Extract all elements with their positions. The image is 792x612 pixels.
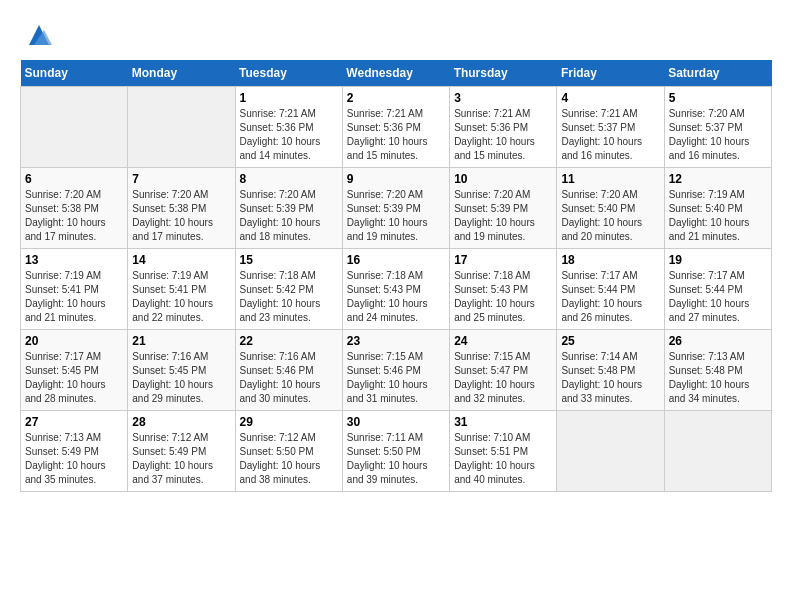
day-number: 30: [347, 415, 445, 429]
day-info: Sunrise: 7:12 AM Sunset: 5:49 PM Dayligh…: [132, 431, 230, 487]
day-number: 31: [454, 415, 552, 429]
calendar-cell: 15Sunrise: 7:18 AM Sunset: 5:42 PM Dayli…: [235, 249, 342, 330]
calendar-week-row: 27Sunrise: 7:13 AM Sunset: 5:49 PM Dayli…: [21, 411, 772, 492]
day-number: 21: [132, 334, 230, 348]
day-number: 11: [561, 172, 659, 186]
day-number: 1: [240, 91, 338, 105]
day-info: Sunrise: 7:15 AM Sunset: 5:46 PM Dayligh…: [347, 350, 445, 406]
calendar-cell: 26Sunrise: 7:13 AM Sunset: 5:48 PM Dayli…: [664, 330, 771, 411]
page-header: [20, 20, 772, 50]
day-number: 28: [132, 415, 230, 429]
calendar-cell: [128, 87, 235, 168]
day-number: 2: [347, 91, 445, 105]
calendar-cell: 29Sunrise: 7:12 AM Sunset: 5:50 PM Dayli…: [235, 411, 342, 492]
day-number: 19: [669, 253, 767, 267]
calendar-cell: 21Sunrise: 7:16 AM Sunset: 5:45 PM Dayli…: [128, 330, 235, 411]
day-info: Sunrise: 7:18 AM Sunset: 5:43 PM Dayligh…: [347, 269, 445, 325]
day-info: Sunrise: 7:20 AM Sunset: 5:38 PM Dayligh…: [25, 188, 123, 244]
calendar-header-saturday: Saturday: [664, 60, 771, 87]
calendar-cell: 23Sunrise: 7:15 AM Sunset: 5:46 PM Dayli…: [342, 330, 449, 411]
day-number: 29: [240, 415, 338, 429]
day-number: 26: [669, 334, 767, 348]
calendar-cell: 4Sunrise: 7:21 AM Sunset: 5:37 PM Daylig…: [557, 87, 664, 168]
calendar-cell: 2Sunrise: 7:21 AM Sunset: 5:36 PM Daylig…: [342, 87, 449, 168]
day-number: 4: [561, 91, 659, 105]
calendar-cell: 5Sunrise: 7:20 AM Sunset: 5:37 PM Daylig…: [664, 87, 771, 168]
calendar-cell: 24Sunrise: 7:15 AM Sunset: 5:47 PM Dayli…: [450, 330, 557, 411]
logo: [20, 20, 54, 50]
day-number: 16: [347, 253, 445, 267]
calendar-cell: 27Sunrise: 7:13 AM Sunset: 5:49 PM Dayli…: [21, 411, 128, 492]
day-number: 5: [669, 91, 767, 105]
calendar-cell: 31Sunrise: 7:10 AM Sunset: 5:51 PM Dayli…: [450, 411, 557, 492]
day-number: 3: [454, 91, 552, 105]
day-info: Sunrise: 7:17 AM Sunset: 5:44 PM Dayligh…: [669, 269, 767, 325]
calendar-cell: 17Sunrise: 7:18 AM Sunset: 5:43 PM Dayli…: [450, 249, 557, 330]
day-info: Sunrise: 7:19 AM Sunset: 5:41 PM Dayligh…: [25, 269, 123, 325]
calendar-cell: 14Sunrise: 7:19 AM Sunset: 5:41 PM Dayli…: [128, 249, 235, 330]
day-number: 9: [347, 172, 445, 186]
day-number: 12: [669, 172, 767, 186]
calendar-cell: 16Sunrise: 7:18 AM Sunset: 5:43 PM Dayli…: [342, 249, 449, 330]
calendar-cell: [557, 411, 664, 492]
day-info: Sunrise: 7:20 AM Sunset: 5:39 PM Dayligh…: [454, 188, 552, 244]
day-number: 7: [132, 172, 230, 186]
day-info: Sunrise: 7:20 AM Sunset: 5:40 PM Dayligh…: [561, 188, 659, 244]
day-info: Sunrise: 7:17 AM Sunset: 5:45 PM Dayligh…: [25, 350, 123, 406]
day-info: Sunrise: 7:17 AM Sunset: 5:44 PM Dayligh…: [561, 269, 659, 325]
calendar-cell: [664, 411, 771, 492]
calendar-week-row: 6Sunrise: 7:20 AM Sunset: 5:38 PM Daylig…: [21, 168, 772, 249]
day-info: Sunrise: 7:13 AM Sunset: 5:48 PM Dayligh…: [669, 350, 767, 406]
day-info: Sunrise: 7:18 AM Sunset: 5:42 PM Dayligh…: [240, 269, 338, 325]
calendar-week-row: 20Sunrise: 7:17 AM Sunset: 5:45 PM Dayli…: [21, 330, 772, 411]
calendar-cell: 18Sunrise: 7:17 AM Sunset: 5:44 PM Dayli…: [557, 249, 664, 330]
calendar-header-thursday: Thursday: [450, 60, 557, 87]
day-info: Sunrise: 7:21 AM Sunset: 5:36 PM Dayligh…: [347, 107, 445, 163]
day-info: Sunrise: 7:16 AM Sunset: 5:45 PM Dayligh…: [132, 350, 230, 406]
calendar-header-monday: Monday: [128, 60, 235, 87]
day-number: 27: [25, 415, 123, 429]
day-number: 18: [561, 253, 659, 267]
calendar-cell: 1Sunrise: 7:21 AM Sunset: 5:36 PM Daylig…: [235, 87, 342, 168]
calendar-cell: 13Sunrise: 7:19 AM Sunset: 5:41 PM Dayli…: [21, 249, 128, 330]
calendar-cell: 30Sunrise: 7:11 AM Sunset: 5:50 PM Dayli…: [342, 411, 449, 492]
calendar-cell: 9Sunrise: 7:20 AM Sunset: 5:39 PM Daylig…: [342, 168, 449, 249]
calendar-cell: 10Sunrise: 7:20 AM Sunset: 5:39 PM Dayli…: [450, 168, 557, 249]
day-info: Sunrise: 7:20 AM Sunset: 5:39 PM Dayligh…: [240, 188, 338, 244]
day-info: Sunrise: 7:20 AM Sunset: 5:38 PM Dayligh…: [132, 188, 230, 244]
day-number: 22: [240, 334, 338, 348]
calendar-cell: 8Sunrise: 7:20 AM Sunset: 5:39 PM Daylig…: [235, 168, 342, 249]
day-number: 10: [454, 172, 552, 186]
calendar-cell: 7Sunrise: 7:20 AM Sunset: 5:38 PM Daylig…: [128, 168, 235, 249]
day-number: 20: [25, 334, 123, 348]
logo-icon: [24, 20, 54, 50]
day-info: Sunrise: 7:21 AM Sunset: 5:37 PM Dayligh…: [561, 107, 659, 163]
calendar-header-wednesday: Wednesday: [342, 60, 449, 87]
day-number: 15: [240, 253, 338, 267]
day-number: 14: [132, 253, 230, 267]
day-number: 25: [561, 334, 659, 348]
calendar-cell: 19Sunrise: 7:17 AM Sunset: 5:44 PM Dayli…: [664, 249, 771, 330]
calendar-week-row: 13Sunrise: 7:19 AM Sunset: 5:41 PM Dayli…: [21, 249, 772, 330]
day-info: Sunrise: 7:12 AM Sunset: 5:50 PM Dayligh…: [240, 431, 338, 487]
day-info: Sunrise: 7:15 AM Sunset: 5:47 PM Dayligh…: [454, 350, 552, 406]
day-info: Sunrise: 7:20 AM Sunset: 5:37 PM Dayligh…: [669, 107, 767, 163]
calendar-week-row: 1Sunrise: 7:21 AM Sunset: 5:36 PM Daylig…: [21, 87, 772, 168]
day-number: 23: [347, 334, 445, 348]
day-info: Sunrise: 7:18 AM Sunset: 5:43 PM Dayligh…: [454, 269, 552, 325]
day-info: Sunrise: 7:21 AM Sunset: 5:36 PM Dayligh…: [454, 107, 552, 163]
calendar-cell: 20Sunrise: 7:17 AM Sunset: 5:45 PM Dayli…: [21, 330, 128, 411]
day-info: Sunrise: 7:16 AM Sunset: 5:46 PM Dayligh…: [240, 350, 338, 406]
day-info: Sunrise: 7:14 AM Sunset: 5:48 PM Dayligh…: [561, 350, 659, 406]
calendar-header-friday: Friday: [557, 60, 664, 87]
day-info: Sunrise: 7:13 AM Sunset: 5:49 PM Dayligh…: [25, 431, 123, 487]
calendar-cell: 28Sunrise: 7:12 AM Sunset: 5:49 PM Dayli…: [128, 411, 235, 492]
day-info: Sunrise: 7:21 AM Sunset: 5:36 PM Dayligh…: [240, 107, 338, 163]
calendar-header-row: SundayMondayTuesdayWednesdayThursdayFrid…: [21, 60, 772, 87]
calendar-header-sunday: Sunday: [21, 60, 128, 87]
day-info: Sunrise: 7:19 AM Sunset: 5:40 PM Dayligh…: [669, 188, 767, 244]
day-number: 24: [454, 334, 552, 348]
calendar-table: SundayMondayTuesdayWednesdayThursdayFrid…: [20, 60, 772, 492]
calendar-cell: 3Sunrise: 7:21 AM Sunset: 5:36 PM Daylig…: [450, 87, 557, 168]
day-number: 13: [25, 253, 123, 267]
